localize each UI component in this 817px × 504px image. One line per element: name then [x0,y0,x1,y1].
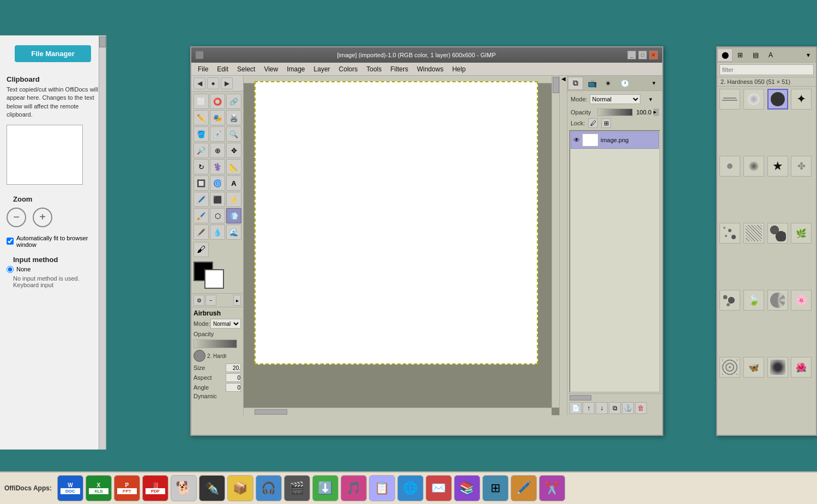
tool-rect-select[interactable]: ⬜ [193,94,209,109]
lower-layer-button[interactable]: ↓ [596,402,608,414]
tool-pencil[interactable]: ✏️ [193,110,209,125]
menu-view[interactable]: View [259,64,282,74]
app-archive-icon[interactable]: 📦 [227,475,253,501]
tool-paint[interactable]: 🖌️ [193,208,209,223]
canvas-hscroll[interactable] [244,408,552,415]
tool-color-picker[interactable]: 💉 [210,126,225,142]
file-manager-button[interactable]: File Manager [15,45,91,62]
paths-tab[interactable]: ✴ [601,77,616,90]
opacity-slider-layer[interactable] [597,108,633,116]
tool-clone[interactable]: 🖨️ [226,110,241,125]
brush-item-10[interactable] [743,223,764,244]
tool-path[interactable]: 🖊️ [193,192,209,207]
menu-edit[interactable]: Edit [213,64,233,74]
layers-scrollbar[interactable] [567,393,662,401]
menu-help[interactable]: Help [448,64,470,74]
nav-up-button[interactable]: ▶ [221,77,233,89]
gimp-maximize-button[interactable]: □ [638,51,647,59]
menu-windows[interactable]: Windows [413,64,448,74]
app-pdf-icon[interactable]: 📕 PDF [142,475,168,501]
tool-paintbrush-large[interactable]: 🖌 [193,242,209,257]
gimp-canvas[interactable] [255,81,538,365]
layers-tab[interactable]: ⧉ [568,77,583,90]
app-gimp-icon[interactable]: 🐕 [171,475,197,501]
size-input[interactable] [226,363,241,372]
new-layer-button[interactable]: 📄 [570,402,582,414]
brushes-panel-menu[interactable]: ▾ [801,48,816,62]
mode-select[interactable]: Normal [210,319,241,329]
lock-alpha-icon[interactable]: ⊞ [601,118,611,128]
tool-dodge[interactable]: ⚡ [226,192,241,207]
gradients-tab[interactable]: ▤ [748,48,763,62]
tool-transform[interactable]: ↻ [193,159,209,174]
app-video-icon[interactable]: 🎬 [284,475,310,501]
brush-filter-input[interactable] [719,64,814,75]
brush-item-3[interactable] [767,89,788,110]
panel-collapse-right[interactable]: ▸ [233,295,241,306]
menu-image[interactable]: Image [282,64,309,74]
menu-colors[interactable]: Colors [335,64,362,74]
tool-zoom[interactable]: 🔍 [226,126,241,142]
app-scissors-icon[interactable]: ✂️ [539,475,565,501]
tool-text[interactable]: A [226,175,241,191]
tool-move[interactable]: ✥ [226,143,241,158]
app-media-icon[interactable]: 🎵 [341,475,367,501]
tool-stamp[interactable]: 🖋️ [193,224,209,240]
tool-color-balance[interactable]: 🎭 [210,110,225,125]
gimp-close-button[interactable]: ✕ [649,51,658,59]
tool-heal[interactable]: ⚕️ [210,159,225,174]
patterns-tab[interactable]: ⊞ [733,48,748,62]
app-xls-icon[interactable]: X XLS [86,475,112,501]
tool-bucket[interactable]: 🪣 [193,126,209,142]
brush-item-15[interactable] [767,290,788,311]
panel-collapse-handle[interactable]: ◀ [559,76,567,415]
tool-align[interactable]: ⊕ [210,143,225,158]
app-inkscape-icon[interactable]: ✒️ [199,475,225,501]
brush-item-12[interactable]: 🌿 [791,223,812,244]
gimp-minimize-button[interactable]: _ [627,51,636,59]
input-none-radio[interactable] [7,266,14,273]
duplicate-layer-button[interactable]: ⧉ [609,402,621,414]
app-ppt-icon[interactable]: P PPT [114,475,140,501]
brush-item-18[interactable]: 🦋 [743,357,764,378]
menu-filters[interactable]: Filters [386,64,413,74]
app-doc-icon[interactable]: W DOC [57,475,83,501]
opacity-slider[interactable] [193,339,237,348]
layer-item[interactable]: 👁 image.png [571,131,659,149]
menu-layer[interactable]: Layer [310,64,335,74]
nav-forward-button[interactable]: ● [207,77,219,89]
panel-options-icon[interactable]: ▾ [643,93,658,106]
fonts-tab[interactable]: A [763,48,778,62]
panel-menu-icon[interactable]: ▾ [646,77,662,90]
menu-select[interactable]: Select [233,64,259,74]
brush-item-13[interactable] [719,290,740,311]
delete-layer-button[interactable]: 🗑 [635,402,647,414]
brush-item-9[interactable] [719,223,740,244]
anchor-layer-button[interactable]: ⚓ [622,402,634,414]
opacity-stepper[interactable]: ▸ [653,108,659,116]
brush-item-17[interactable] [719,357,740,378]
brush-item-1[interactable] [719,89,740,110]
brushes-tab[interactable]: ⬤ [717,48,733,62]
brush-item-8[interactable]: ✤ [791,156,812,177]
layer-visibility-icon[interactable]: 👁 [573,136,580,144]
app-presentation-icon[interactable]: 📋 [369,475,395,501]
tool-smudge[interactable]: 🌊 [226,224,241,240]
brush-item-14[interactable]: 🍃 [743,290,764,311]
angle-input[interactable] [226,383,241,392]
aspect-input[interactable] [226,373,241,382]
brush-item-11[interactable] [767,223,788,244]
canvas-vscroll[interactable] [552,76,559,408]
clipboard-textarea[interactable] [7,125,83,185]
gimp-canvas-area[interactable] [244,76,559,415]
app-email-icon[interactable]: ✉️ [426,475,452,501]
tool-ink[interactable]: 💧 [210,224,225,240]
tool-free-select[interactable]: 🔗 [226,94,241,109]
auto-fit-checkbox[interactable] [7,238,14,245]
tool-eraser[interactable]: ⬡ [210,208,225,223]
mode-dropdown[interactable]: Normal Multiply Screen [590,94,640,104]
app-audacity-icon[interactable]: 🎧 [256,475,282,501]
background-color[interactable] [204,269,224,289]
brush-item-20[interactable]: 🌺 [791,357,812,378]
app-download-icon[interactable]: ⬇️ [312,475,338,501]
